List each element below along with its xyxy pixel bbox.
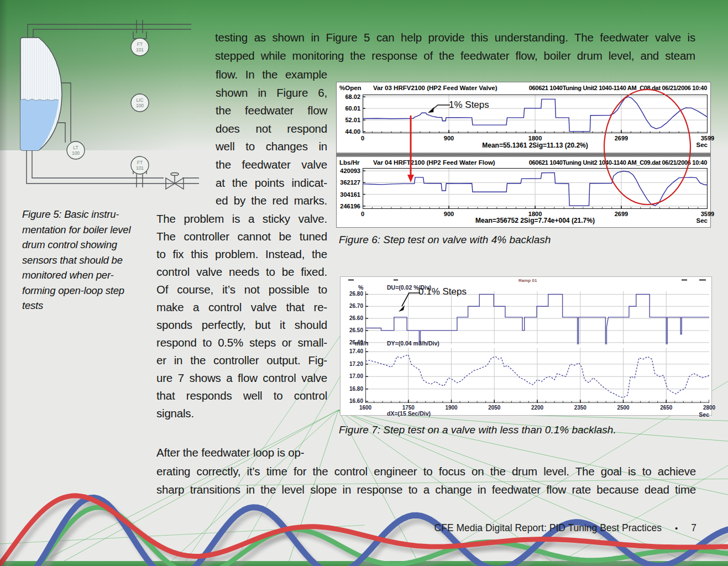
fig6-bottom-chart-xtick: 1800 [523, 211, 547, 217]
fig7-toolbar-mark [699, 279, 706, 281]
fig7-bottom-chart-xtick: 2650 [654, 405, 678, 411]
text-line: forming open-loop step [22, 283, 143, 298]
text-line: tests [22, 298, 143, 313]
fig6-top-chart-xtick: 900 [437, 135, 461, 142]
fig6-red-step-arrow [406, 114, 416, 184]
lt-100-label-line2: 100 [72, 150, 80, 156]
fig7-top-chart-ytick: 26.60 [339, 315, 363, 321]
fig7-bottom-chart-xtick: 2500 [611, 405, 636, 411]
fig7-bottom-chart-xtick: 2800 [697, 405, 721, 411]
text-line: ed by the red marks. [216, 192, 327, 210]
text-line: Figure 5: Basic instru- [22, 207, 143, 222]
text-line: make a control valve that re- [156, 298, 327, 316]
fig6-top-chart-xtick: 3599 [695, 135, 720, 142]
column-paragraph-figure6: flow. In the exampleshown in Figure 6,th… [216, 66, 327, 210]
fig6-red-ellipse-annotation [600, 87, 695, 208]
fig7-steps-annotation: 0.1% Steps [418, 286, 467, 297]
text-line: control valve needs to be fixed. [156, 263, 327, 281]
fig6-top-chart-ytick: 68.02 [336, 93, 360, 100]
fig7-bottom-chart-xtick: 2200 [525, 405, 549, 411]
fig6-top-title: Var 03 HRFV2100 (HP2 Feed Water Valve) [373, 85, 497, 91]
fig7-toolbar-mark [394, 279, 398, 281]
fig6-bottom-unit-label: Lbs/Hr [339, 159, 359, 166]
text-line: mentation for boiler level [22, 222, 143, 238]
fig6-top-chart-xtick: 0 [350, 135, 375, 142]
text-line: flow. In the example [216, 66, 327, 84]
lt-100-label-line1: LT [73, 145, 78, 150]
footer-report-title: CFE Media Digital Report: PID Tuning Bes… [434, 522, 662, 533]
fig7-bottom-chart-ytick: 17.40 [339, 348, 363, 354]
text-line: does not respond [216, 120, 327, 138]
ft-101-steam-label-line2: 101 [136, 47, 144, 53]
text-line: signals. [156, 405, 327, 422]
fig7-bottom-chart-ytick: 17.00 [339, 373, 363, 379]
fig7-bottom-chart-xunit: Sec [687, 411, 709, 418]
fig6-top-chart-ytick: 44.00 [336, 128, 360, 135]
ft-101-feedwater-label-line2: 101 [136, 165, 144, 171]
fig6-top-chart-xtick: 1800 [523, 135, 547, 142]
fig7-bottom-chart-ytick: 16.80 [339, 386, 363, 392]
fig7-annotation-arrow-icon [395, 289, 421, 314]
fig7-bottom-chart-ytick: 17.20 [339, 361, 363, 367]
fig7-bottom-chart-xtick: 1900 [439, 405, 464, 411]
instrument-bubbles: FT 101 LIC 100 LT 100 FT 101 [67, 38, 149, 174]
fig7-bottom-chart-xtick: 2050 [482, 405, 506, 411]
fig6-steps-annotation: 1% Steps [449, 99, 489, 111]
bottom-paragraph: erating correctly, it’s time for the con… [156, 462, 696, 499]
figure6-caption: Figure 6: Step test on valve with 4% bac… [339, 234, 551, 246]
text-line: The problem is a sticky valve. [156, 210, 327, 228]
lic-100-label-line2: 100 [136, 103, 144, 108]
fig7-dx-scale-label: dX=(15 Sec/Div) [387, 410, 431, 417]
figure5-boiler-drum-diagram: FT 101 LIC 100 LT 100 FT 101 [0, 0, 221, 210]
fig7-dy-scale-label: DY=(0.04 m3/h/Div) [387, 340, 439, 347]
fig6-bottom-title: Var 04 HRFT2100 (HP2 Feed Water Flow) [373, 159, 495, 166]
fig6-bottom-chart-xtick: 0 [350, 211, 375, 217]
text-line: sponds perfectly, but it should [156, 316, 327, 334]
text-line: respond to 0.5% steps or small- [156, 334, 327, 352]
fig7-top-chart-ytick: 26.40 [339, 339, 363, 345]
text-line: ure 7 shows a flow control valve [156, 369, 327, 387]
fig6-bottom-chart-xtick: 3599 [695, 211, 720, 217]
after-feedwater-paragraph: After the feedwater loop is op- [156, 444, 389, 462]
text-line: the feedwater flow [216, 102, 327, 120]
page-footer: CFE Media Digital Report: PID Tuning Bes… [434, 522, 696, 534]
fig6-bottom-chart-xtick: 900 [437, 211, 461, 217]
text-line: The controller cannot be tuned [156, 228, 327, 245]
fig6-bottom-chart-ytick: 246196 [336, 203, 360, 209]
fig7-bottom-chart-xtick: 1600 [353, 405, 378, 411]
text-line: sharp transitions in the level slope in … [156, 480, 696, 499]
text-line: well to changes in [216, 138, 327, 156]
fig6-top-unit-label: %Open [339, 85, 362, 91]
fig6-bottom-chart-ytick: 420093 [336, 167, 360, 174]
figure7-caption: Figure 7: Step test on a valve with less… [339, 424, 616, 436]
fig6-bottom-mean-label: Mean=356752 2Sig=7.74e+004 (21.7%) [363, 217, 708, 224]
text-line: shown in Figure 6, [216, 84, 327, 102]
fig7-top-unit-label: % [358, 284, 363, 291]
text-line: sensors that should be [22, 253, 143, 268]
text-line: the feedwater valve [216, 156, 327, 174]
fig7-ramp-label: Ramp 01 [518, 278, 537, 283]
fig6-top-chart-ytick: 52.01 [336, 117, 360, 123]
fig7-bottom-chart-svg [365, 348, 709, 403]
figure5-caption: Figure 5: Basic instru-mentation for boi… [22, 207, 143, 313]
fig6-bottom-chart-xunit: Sec [685, 217, 708, 224]
fig7-bottom-chart-ytick: 16.60 [339, 398, 363, 404]
fig6-bottom-chart-ytick: 304161 [336, 191, 360, 198]
text-line: erating correctly, it’s time for the con… [156, 462, 696, 480]
intro-paragraph: testing as shown in Figure 5 can help pr… [215, 29, 695, 65]
fig7-top-chart-ytick: 26.80 [339, 291, 363, 297]
text-line: at the points indicat- [216, 174, 327, 192]
ft-101-feedwater-label-line1: FT [137, 160, 143, 165]
text-line: that responds well to control [156, 387, 327, 405]
boiler-drum [20, 38, 62, 150]
fig7-toolbar-mark [348, 279, 354, 281]
lic-100-label-line1: LIC [136, 97, 143, 103]
column-paragraph-sticky-valve: The problem is a sticky valve.The contro… [156, 210, 327, 422]
text-line: er in the controller output. Fig- [156, 352, 327, 369]
ft-101-steam-label-line1: FT [137, 41, 143, 47]
fig7-top-chart-ytick: 26.70 [339, 303, 363, 309]
fig7-bottom-chart-xtick: 2350 [568, 405, 593, 411]
text-line: to fix this problem. Instead, the [156, 245, 327, 263]
fig6-annotation-arrow-icon [425, 101, 450, 116]
fig6-bottom-chart-xtick: 2699 [609, 211, 633, 217]
